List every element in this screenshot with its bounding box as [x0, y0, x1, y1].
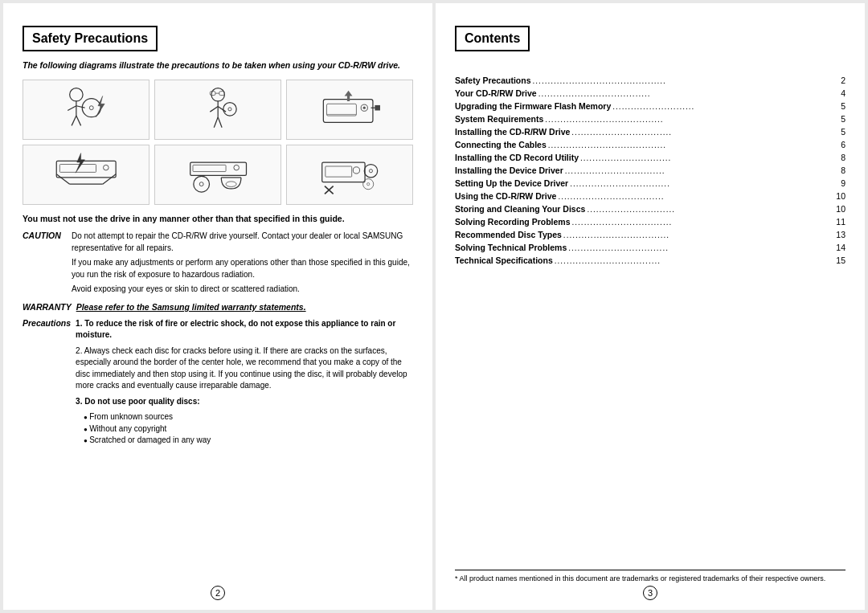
contents-item: Installing the Device Driver............… [455, 166, 845, 175]
contents-item: Installing the CD Record Utility........… [455, 153, 845, 162]
contents-item-dots: ................................. [571, 128, 839, 137]
contents-item-page: 5 [841, 127, 845, 137]
contents-item: Connecting the Cables...................… [455, 140, 845, 149]
contents-item: Solving Technical Problems..............… [455, 243, 845, 252]
contents-item: Safety Precautions......................… [455, 76, 845, 85]
svg-line-3 [76, 106, 85, 108]
svg-point-42 [364, 165, 377, 178]
contents-item-page: 9 [841, 178, 845, 188]
contents-item-label: Upgrading the Firmware Flash Memory [455, 101, 611, 111]
contents-item-label: Your CD-R/RW Drive [455, 88, 537, 98]
svg-rect-20 [326, 104, 356, 116]
contents-item-dots: ................................. [570, 179, 839, 188]
contents-item: Installing the CD-R/RW Drive............… [455, 127, 845, 137]
bullet-list: From unknown sources Without any copyrig… [76, 411, 413, 447]
contents-item-label: System Requirements [455, 114, 543, 124]
contents-item-dots: ........................................… [533, 76, 840, 85]
image-2 [154, 80, 281, 140]
svg-rect-33 [193, 166, 226, 172]
contents-item: Recommended Disc Types..................… [455, 230, 845, 239]
svg-line-2 [68, 106, 76, 111]
contents-item-page: 8 [841, 166, 845, 175]
intro-text: The following diagrams illustrate the pr… [23, 59, 413, 72]
contents-item-label: Setting Up the Device Driver [455, 178, 568, 188]
contents-item-page: 6 [841, 140, 845, 149]
svg-line-10 [210, 107, 218, 112]
image-4 [23, 145, 149, 205]
contents-item-label: Installing the CD-R/RW Drive [455, 127, 570, 137]
warning-text: You must not use the drive in any manner… [23, 213, 413, 225]
contents-item-page: 4 [841, 88, 845, 98]
contents-item-dots: ............................. [587, 205, 834, 214]
image-3 [286, 80, 413, 140]
right-title: Contents [455, 26, 530, 51]
footnote: * All product names mentioned in this do… [455, 570, 845, 584]
contents-item-dots: ................................. [568, 243, 834, 252]
contents-item-label: Using the CD-R/RW Drive [455, 191, 556, 201]
left-title: Safety Precautions [23, 26, 158, 51]
svg-point-28 [103, 166, 108, 171]
contents-item: Setting Up the Device Driver............… [455, 178, 845, 188]
caution-text: Do not attempt to repair the CD-R/RW dri… [72, 231, 413, 296]
contents-item: Upgrading the Firmware Flash Memory.....… [455, 101, 845, 111]
contents-item: Solving Recording Problems..............… [455, 217, 845, 227]
caution-block: CAUTION Do not attempt to repair the CD-… [23, 231, 413, 296]
precautions-block: Precautions 1. To reduce the risk of fir… [23, 318, 413, 447]
contents-item-label: Storing and Cleaning Your Discs [455, 204, 585, 214]
warranty-text: Please refer to the Samsung limited warr… [76, 302, 306, 312]
contents-item-dots: ................................... [558, 192, 834, 201]
image-1 [23, 80, 149, 140]
svg-rect-40 [326, 166, 352, 177]
left-page-number: 2 [211, 586, 225, 600]
contents-item-page: 15 [836, 255, 845, 265]
svg-point-41 [353, 167, 359, 174]
left-page: Safety Precautions The following diagram… [3, 3, 432, 610]
image-6 [286, 145, 413, 205]
contents-item-page: 14 [836, 243, 845, 252]
contents-item-page: 5 [841, 114, 845, 124]
contents-item-label: Installing the CD Record Utility [455, 153, 579, 162]
svg-line-13 [218, 117, 222, 128]
svg-line-31 [103, 174, 116, 184]
page-spread: Safety Precautions The following diagram… [0, 0, 868, 613]
svg-point-35 [194, 177, 210, 193]
contents-item-dots: .............................. [580, 153, 839, 162]
warranty-label: WARRANTY [23, 302, 72, 312]
contents-item-page: 5 [841, 101, 845, 111]
contents-item: System Requirements.....................… [455, 114, 845, 124]
warranty-block: WARRANTY Please refer to the Samsung lim… [23, 302, 413, 312]
svg-rect-25 [375, 105, 380, 111]
svg-point-0 [69, 88, 82, 101]
svg-point-44 [362, 179, 373, 190]
svg-rect-39 [322, 162, 365, 182]
contents-list: Safety Precautions......................… [455, 76, 845, 265]
svg-line-11 [218, 107, 226, 112]
images-grid [23, 80, 413, 205]
contents-item-label: Installing the Device Driver [455, 166, 563, 175]
contents-item-label: Recommended Disc Types [455, 230, 562, 239]
contents-item-dots: ................................. [565, 166, 839, 175]
svg-point-17 [223, 103, 236, 116]
contents-item-label: Solving Recording Problems [455, 217, 571, 227]
svg-line-5 [76, 116, 81, 125]
caution-label: CAUTION [23, 231, 67, 296]
contents-item-label: Solving Technical Problems [455, 243, 567, 252]
precautions-label: Precautions [23, 318, 71, 447]
contents-item-page: 10 [836, 191, 845, 201]
svg-rect-32 [190, 162, 247, 175]
svg-point-34 [234, 166, 240, 171]
precautions-content: 1. To reduce the risk of fire or electri… [76, 318, 413, 447]
contents-item-dots: ....................................... [545, 115, 839, 124]
contents-item-page: 11 [836, 217, 845, 227]
contents-item: Using the CD-R/RW Drive.................… [455, 191, 845, 201]
contents-item-page: 8 [841, 153, 845, 162]
svg-point-43 [369, 170, 372, 173]
svg-point-36 [199, 182, 203, 186]
contents-item-dots: ....................................... [548, 141, 839, 149]
svg-line-12 [214, 117, 218, 128]
svg-rect-26 [56, 161, 116, 178]
contents-item-dots: ................................. [572, 218, 835, 227]
image-5 [154, 145, 281, 205]
svg-point-22 [362, 107, 365, 109]
contents-item-dots: ................................... [555, 256, 835, 265]
